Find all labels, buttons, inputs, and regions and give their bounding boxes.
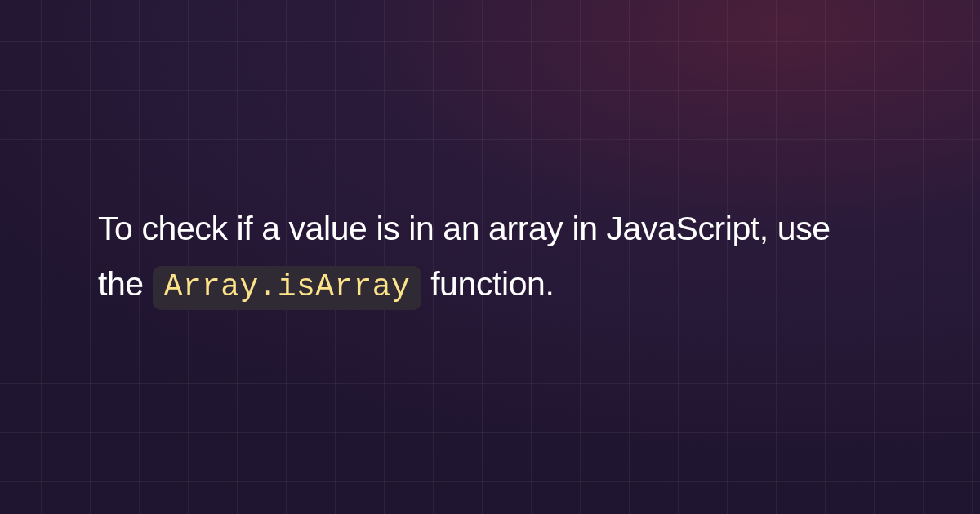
summary-text: To check if a value is in an array in Ja… (98, 202, 866, 312)
og-card: To check if a value is in an array in Ja… (0, 0, 980, 514)
summary-text-after: function. (430, 265, 554, 303)
inline-code: Array.isArray (153, 266, 421, 310)
